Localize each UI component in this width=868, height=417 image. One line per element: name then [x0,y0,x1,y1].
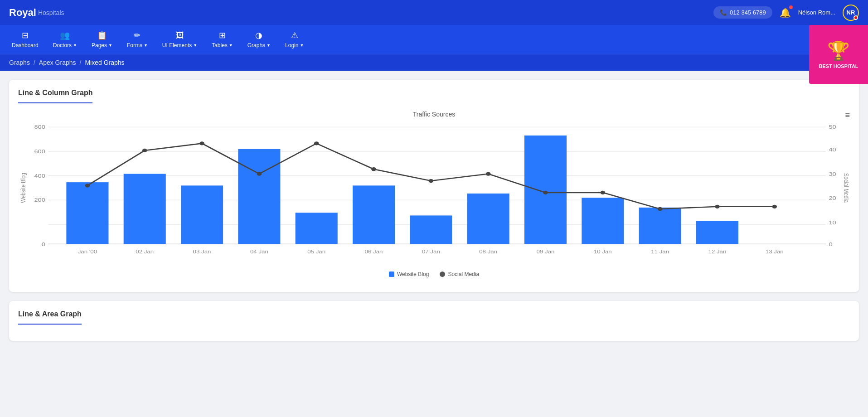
legend-social-media: Social Media [440,271,479,277]
nav-label-doctors: Doctors ▼ [53,42,77,48]
nav-login[interactable]: ⚠ Login ▼ [278,27,311,52]
notification-badge [789,5,793,9]
svg-text:600: 600 [34,149,45,155]
chart1-container: Traffic Sources ≡ 800 600 400 200 [18,111,850,283]
breadcrumb: Graphs / Apex Graphs / Mixed Graphs [0,54,868,71]
line-dot-6 [371,167,376,171]
navbar: ⊟ Dashboard 👥 Doctors ▼ 📋 Pages ▼ ✏ Form… [0,25,868,54]
nav-label-dashboard: Dashboard [12,42,39,48]
svg-text:800: 800 [34,124,45,130]
chart1-svg-wrapper: 800 600 400 200 0 50 40 30 20 10 0 Websi… [18,122,850,267]
avatar-initials: NR [847,9,855,16]
svg-text:0: 0 [42,241,45,247]
header-right: 📞 012 345 6789 🔔 Nélson Rom... NR [713,5,859,21]
svg-text:Social Media: Social Media [842,173,850,203]
nav-pages[interactable]: 📋 Pages ▼ [84,27,120,52]
header: Royal Hospitals 📞 012 345 6789 🔔 Nélson … [0,0,868,25]
nav-forms[interactable]: ✏ Forms ▼ [120,27,155,52]
bar-07jan [410,215,452,244]
phone-button[interactable]: 📞 012 345 6789 [713,6,772,19]
bar-12jan [696,221,738,244]
nav-label-tables: Tables ▼ [212,42,233,48]
line-dot-10 [601,191,606,194]
svg-text:04 Jan: 04 Jan [250,249,268,254]
nav-graphs[interactable]: ◑ Graphs ▼ [240,27,278,52]
bar-11jan [639,208,681,244]
bar-05jan [296,213,338,244]
breadcrumb-mixed-graphs: Mixed Graphs [85,59,124,66]
line-dot-13 [772,205,777,208]
svg-text:50: 50 [829,124,836,130]
nav-label-graphs: Graphs ▼ [247,42,271,48]
chart1-title: Line & Column Graph [18,89,92,103]
nav-label-login: Login ▼ [285,42,304,48]
phone-icon: 📞 [720,9,727,16]
bar-jan00 [66,182,108,244]
doctors-icon: 👥 [60,30,70,40]
ui-dropdown-arrow: ▼ [193,43,197,48]
nav-doctors[interactable]: 👥 Doctors ▼ [46,27,84,52]
svg-text:Website Blog: Website Blog [19,173,27,203]
chart1-menu-icon[interactable]: ≡ [845,111,850,120]
legend-dot-social [440,272,445,277]
tables-dropdown-arrow: ▼ [229,43,233,48]
trophy-icon: 🏆 [827,40,850,62]
breadcrumb-graphs[interactable]: Graphs [9,59,30,66]
user-name[interactable]: Nélson Rom... [798,9,835,16]
login-dropdown-arrow: ▼ [300,43,304,48]
breadcrumb-sep-1: / [34,59,35,66]
line-dot-3 [199,141,204,145]
svg-text:02 Jan: 02 Jan [136,249,154,254]
best-hospital-badge: 🏆 BEST HOSPITAL [809,25,868,84]
svg-text:30: 30 [829,171,836,177]
breadcrumb-apex-graphs[interactable]: Apex Graphs [39,59,76,66]
line-dot-7 [429,179,434,183]
line-dot-1 [85,184,90,187]
nav-tables[interactable]: ⊞ Tables ▼ [204,27,240,52]
svg-text:12 Jan: 12 Jan [708,249,727,254]
nav-label-pages: Pages ▼ [92,42,112,48]
svg-text:13 Jan: 13 Jan [766,249,784,254]
line-dot-2 [142,149,147,152]
phone-number: 012 345 6789 [730,9,766,16]
avatar-status-dot [853,15,858,20]
svg-text:11 Jan: 11 Jan [651,249,669,254]
bar-06jan [353,185,395,244]
bar-10jan [582,198,624,244]
chart2-title: Line & Area Graph [18,310,82,325]
nav-label-ui-elements: UI Elements ▼ [162,42,197,48]
svg-text:03 Jan: 03 Jan [193,249,211,254]
best-hospital-label: BEST HOSPITAL [819,63,858,69]
line-dot-11 [658,207,663,211]
doctors-dropdown-arrow: ▼ [73,43,77,48]
bar-02jan [124,174,166,244]
svg-text:10 Jan: 10 Jan [594,249,612,254]
logo-subtitle: Hospitals [38,9,64,16]
bar-03jan [181,185,223,244]
legend-website-blog: Website Blog [389,271,429,277]
main-content: Line & Column Graph Traffic Sources ≡ 80… [0,71,868,359]
pages-icon: 📋 [97,30,107,40]
bar-09jan [524,136,567,244]
svg-text:05 Jan: 05 Jan [307,249,325,254]
avatar[interactable]: NR [843,5,859,21]
line-dot-9 [543,191,548,194]
svg-text:09 Jan: 09 Jan [537,249,555,254]
svg-text:200: 200 [34,197,45,203]
svg-text:40: 40 [829,147,836,153]
chart1-svg: 800 600 400 200 0 50 40 30 20 10 0 Websi… [18,122,850,267]
nav-ui-elements[interactable]: 🖼 UI Elements ▼ [155,27,204,52]
svg-text:10: 10 [829,220,836,226]
tables-icon: ⊞ [219,30,226,40]
chart1-card: Line & Column Graph Traffic Sources ≡ 80… [9,80,859,292]
bar-04jan [238,149,280,244]
nav-dashboard[interactable]: ⊟ Dashboard [5,27,46,52]
bell-icon: 🔔 [780,8,791,18]
legend-dot-website [389,272,394,277]
notification-bell[interactable]: 🔔 [780,7,791,18]
forms-dropdown-arrow: ▼ [144,43,148,48]
graphs-dropdown-arrow: ▼ [267,43,271,48]
svg-text:07 Jan: 07 Jan [422,249,440,254]
bar-08jan [467,194,509,244]
ui-elements-icon: 🖼 [176,31,184,40]
